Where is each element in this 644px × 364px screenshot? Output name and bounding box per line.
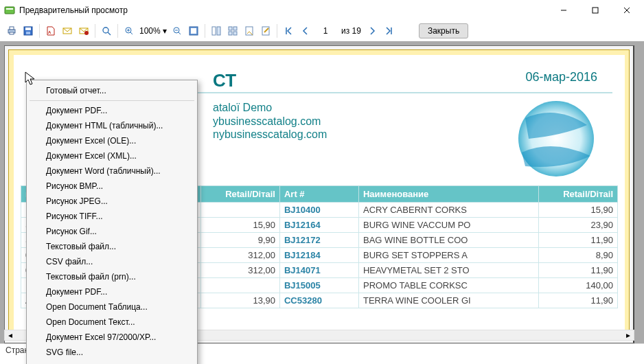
export-dropdown-menu: Готовый отчет...Документ PDF...Документ … bbox=[26, 80, 198, 364]
toolbar: A 100% ▾ из 19 Закрыть bbox=[0, 21, 644, 41]
cell-price-right: 11,90 bbox=[538, 263, 617, 278]
menu-item[interactable]: Документ Excel (OLE)... bbox=[28, 133, 196, 148]
menu-item[interactable]: Документ Word (табличный)... bbox=[28, 163, 196, 179]
svg-point-15 bbox=[84, 31, 89, 35]
cell-name-right: HEAVYMETAL SET 2 STO bbox=[358, 263, 538, 278]
company-name-fragment: ataloї Demo bbox=[213, 102, 272, 114]
page-count-label: из 19 bbox=[341, 26, 361, 36]
svg-line-17 bbox=[108, 32, 111, 35]
pdf-export-button[interactable]: A bbox=[43, 23, 58, 38]
svg-rect-7 bbox=[10, 27, 14, 30]
email-button[interactable] bbox=[60, 23, 75, 38]
th-price-left: Retail/Dітаіl bbox=[200, 186, 279, 203]
save-button[interactable] bbox=[21, 23, 36, 38]
th-art: Art # bbox=[279, 186, 358, 203]
cell-art: CC53280 bbox=[279, 293, 358, 308]
th-price-right: Retail/Dітаil bbox=[538, 186, 617, 203]
svg-text:A: A bbox=[48, 30, 51, 34]
cell-price-right: 8,90 bbox=[538, 248, 617, 263]
menu-item[interactable]: Документ HTML (табличный)... bbox=[28, 118, 196, 133]
doc-date: 06-мар-2016 bbox=[526, 70, 597, 84]
svg-rect-29 bbox=[229, 27, 232, 30]
cell-price-left: 13,90 bbox=[200, 293, 279, 308]
menu-item[interactable]: Рисунок JPEG... bbox=[28, 194, 196, 209]
window-title: Предварительный просмотр bbox=[19, 5, 548, 15]
preview-area: СТ 06-мар-2016 ataloї Demo ybusinesscata… bbox=[0, 41, 644, 343]
menu-item[interactable]: Готовый отчет... bbox=[28, 83, 196, 98]
cell-price-right: 140,00 bbox=[538, 278, 617, 293]
svg-rect-3 bbox=[593, 8, 598, 13]
menu-item[interactable]: HTML4 Layered... bbox=[28, 360, 196, 364]
thumbnails-button[interactable] bbox=[225, 23, 240, 38]
close-button[interactable]: Закрыть bbox=[419, 23, 468, 38]
menu-separator bbox=[30, 100, 194, 101]
zoom-out-button[interactable] bbox=[170, 23, 185, 38]
svg-rect-0 bbox=[5, 7, 14, 14]
print-button[interactable] bbox=[4, 23, 19, 38]
svg-point-16 bbox=[103, 27, 108, 33]
svg-line-24 bbox=[179, 32, 181, 34]
menu-item[interactable]: Документ Excel 97/2000/XP... bbox=[28, 330, 196, 345]
cell-name-right: BURG SET STOPPERS A bbox=[358, 248, 538, 263]
cell-price-right: 11,90 bbox=[538, 293, 617, 308]
company-url-1: ybusinesscatalog.com bbox=[213, 115, 321, 128]
svg-rect-26 bbox=[191, 28, 196, 34]
menu-item[interactable]: Документ Excel (XML)... bbox=[28, 148, 196, 163]
cell-price-left: 15,90 bbox=[200, 218, 279, 233]
svg-rect-8 bbox=[10, 32, 14, 34]
cell-price-left: 312,00 bbox=[200, 248, 279, 263]
toolbar-separator bbox=[95, 24, 95, 38]
toolbar-separator bbox=[277, 24, 277, 38]
cell-art: BJ10400 bbox=[279, 203, 358, 218]
zoom-in-button[interactable] bbox=[122, 23, 137, 38]
find-button[interactable] bbox=[99, 23, 114, 38]
menu-item[interactable]: Текстовый файл (prn)... bbox=[28, 269, 196, 284]
edit-page-button[interactable] bbox=[258, 23, 273, 38]
menu-item[interactable]: Рисунок TIFF... bbox=[28, 209, 196, 224]
menu-item[interactable]: SVG file... bbox=[28, 345, 196, 360]
next-page-button[interactable] bbox=[365, 23, 380, 38]
toolbar-separator bbox=[205, 24, 205, 38]
cell-price-left bbox=[200, 203, 279, 218]
menu-item[interactable]: Документ PDF... bbox=[28, 103, 196, 118]
menu-item[interactable]: CSV файл... bbox=[28, 254, 196, 269]
minimize-button[interactable] bbox=[548, 0, 579, 21]
cell-price-right: 11,90 bbox=[538, 233, 617, 248]
cell-price-right: 23,90 bbox=[538, 218, 617, 233]
last-page-button[interactable] bbox=[382, 23, 397, 38]
app-icon bbox=[4, 5, 15, 16]
menu-item[interactable]: Текстовый файл... bbox=[28, 239, 196, 254]
svg-rect-27 bbox=[212, 27, 216, 35]
cell-name-right: TERRA WINE COOLER GI bbox=[358, 293, 538, 308]
zoom-select[interactable]: 100% ▾ bbox=[138, 25, 168, 36]
cell-name-right: PROMO TABLE CORKSC bbox=[358, 278, 538, 293]
svg-rect-32 bbox=[233, 32, 237, 35]
outline-button[interactable] bbox=[209, 23, 224, 38]
menu-item[interactable]: Open Document Текст... bbox=[28, 315, 196, 330]
first-page-button[interactable] bbox=[281, 23, 296, 38]
page-setup-button[interactable] bbox=[242, 23, 257, 38]
page-number-input[interactable] bbox=[314, 25, 337, 37]
menu-item[interactable]: Open Document Таблица... bbox=[28, 299, 196, 315]
cell-art: BJ12184 bbox=[279, 248, 358, 263]
menu-item[interactable]: Рисунок BMP... bbox=[28, 179, 196, 194]
cell-art: BJ12172 bbox=[279, 233, 358, 248]
cell-art: BJ12164 bbox=[279, 218, 358, 233]
prev-page-button[interactable] bbox=[297, 23, 312, 38]
svg-rect-30 bbox=[233, 27, 237, 30]
email-pdf-button[interactable] bbox=[76, 23, 91, 38]
scroll-left-arrow[interactable]: ◂ bbox=[5, 330, 16, 340]
cell-art: BJ15005 bbox=[279, 278, 358, 293]
company-logo bbox=[515, 98, 597, 180]
maximize-button[interactable] bbox=[579, 0, 611, 21]
company-url-2: nybusinesscatalog.com bbox=[213, 128, 327, 141]
scroll-right-arrow[interactable]: ▸ bbox=[623, 330, 634, 340]
cell-name-right: BURG WINE VACCUM PO bbox=[358, 218, 538, 233]
cell-price-left: 9,90 bbox=[200, 233, 279, 248]
titlebar: Предварительный просмотр bbox=[0, 0, 644, 21]
menu-item[interactable]: Рисунок Gif... bbox=[28, 224, 196, 239]
menu-item[interactable]: Документ PDF... bbox=[28, 284, 196, 299]
close-window-button[interactable] bbox=[611, 0, 643, 21]
fullscreen-button[interactable] bbox=[186, 23, 201, 38]
mouse-cursor-icon bbox=[25, 71, 37, 89]
